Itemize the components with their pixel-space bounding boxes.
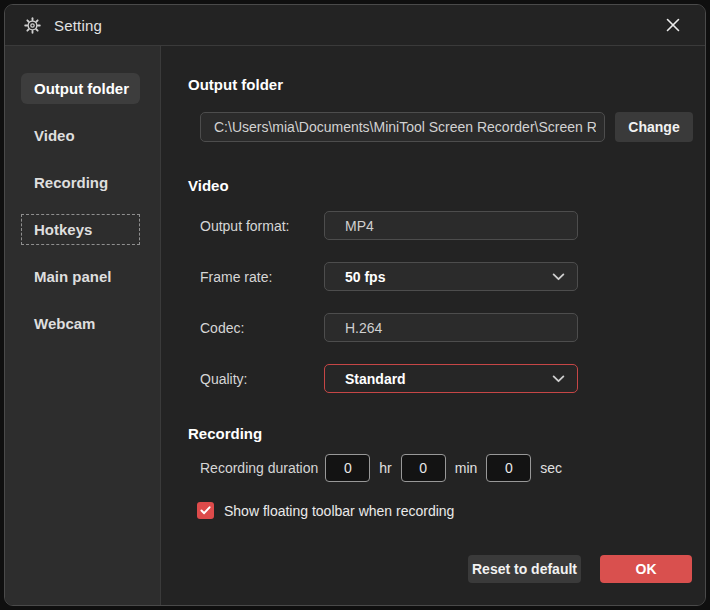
frame-rate-dropdown[interactable]: 50 fps bbox=[324, 262, 578, 291]
ok-button[interactable]: OK bbox=[600, 555, 692, 583]
duration-seconds-input[interactable] bbox=[486, 454, 531, 482]
output-folder-heading: Output folder bbox=[188, 77, 693, 93]
hours-unit-label: hr bbox=[379, 460, 391, 476]
chevron-down-icon bbox=[552, 375, 565, 383]
seconds-unit-label: sec bbox=[540, 460, 562, 476]
checkmark-icon bbox=[200, 506, 211, 515]
codec-input[interactable] bbox=[345, 320, 565, 336]
output-format-label: Output format: bbox=[200, 218, 324, 234]
frame-rate-row: Frame rate: 50 fps bbox=[200, 262, 693, 291]
recording-heading: Recording bbox=[188, 426, 693, 442]
title-bar: Setting bbox=[5, 5, 705, 46]
duration-minutes-input[interactable] bbox=[401, 454, 446, 482]
codec-label: Codec: bbox=[200, 320, 324, 336]
output-format-input[interactable] bbox=[345, 218, 565, 234]
close-button[interactable] bbox=[661, 13, 685, 37]
sidebar-item-hotkeys[interactable]: Hotkeys bbox=[21, 214, 140, 245]
frame-rate-value: 50 fps bbox=[345, 269, 385, 285]
sidebar-item-recording[interactable]: Recording bbox=[21, 167, 140, 198]
gear-icon bbox=[24, 17, 41, 34]
floating-toolbar-label: Show floating toolbar when recording bbox=[224, 503, 454, 519]
sidebar-item-webcam[interactable]: Webcam bbox=[21, 308, 140, 339]
duration-hours-input[interactable] bbox=[325, 454, 370, 482]
frame-rate-label: Frame rate: bbox=[200, 269, 324, 285]
recording-duration-row: Recording duration hr min sec bbox=[200, 454, 693, 482]
sidebar-item-main-panel[interactable]: Main panel bbox=[21, 261, 140, 292]
codec-field bbox=[324, 313, 578, 342]
codec-row: Codec: bbox=[200, 313, 693, 342]
output-format-row: Output format: bbox=[200, 211, 693, 240]
output-format-field bbox=[324, 211, 578, 240]
floating-toolbar-option: Show floating toolbar when recording bbox=[197, 502, 693, 519]
settings-dialog: Setting Output folder Video Recording Ho… bbox=[4, 4, 706, 606]
settings-content: Output folder Change Video Output format… bbox=[161, 46, 706, 605]
quality-label: Quality: bbox=[200, 371, 324, 387]
sidebar-item-video[interactable]: Video bbox=[21, 120, 140, 151]
sidebar-item-output-folder[interactable]: Output folder bbox=[21, 73, 140, 104]
quality-row: Quality: Standard bbox=[200, 364, 693, 393]
recording-duration-label: Recording duration bbox=[200, 460, 318, 476]
output-path-row: Change bbox=[200, 112, 693, 142]
quality-value: Standard bbox=[345, 371, 406, 387]
footer-actions: Reset to default OK bbox=[468, 555, 692, 583]
change-folder-button[interactable]: Change bbox=[615, 112, 693, 142]
floating-toolbar-checkbox[interactable] bbox=[197, 502, 214, 519]
window-title: Setting bbox=[54, 17, 102, 34]
close-icon bbox=[666, 18, 680, 32]
minutes-unit-label: min bbox=[455, 460, 478, 476]
quality-dropdown[interactable]: Standard bbox=[324, 364, 578, 393]
sidebar: Output folder Video Recording Hotkeys Ma… bbox=[5, 46, 161, 605]
video-heading: Video bbox=[188, 178, 693, 194]
reset-to-default-button[interactable]: Reset to default bbox=[468, 555, 581, 583]
chevron-down-icon bbox=[552, 273, 565, 281]
output-path-input[interactable] bbox=[200, 112, 605, 142]
